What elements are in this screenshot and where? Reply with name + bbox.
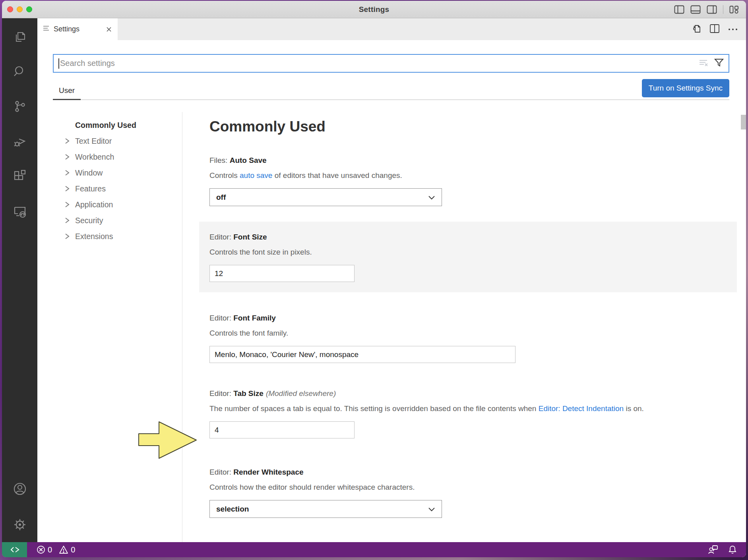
section-heading: Commonly Used — [209, 118, 734, 135]
setting-files-auto-save: Files: Auto Save Controls auto save of e… — [209, 155, 734, 206]
errors-status[interactable]: 0 — [37, 545, 52, 554]
scrollbar-thumb[interactable] — [741, 115, 746, 129]
tab-settings[interactable]: Settings — [37, 18, 118, 40]
chevron-right-icon — [65, 137, 75, 145]
run-debug-icon[interactable] — [10, 132, 29, 151]
toggle-primary-sidebar-icon[interactable] — [674, 5, 684, 14]
main-area: Settings — [2, 18, 746, 542]
toc-item-security[interactable]: Security — [53, 212, 182, 228]
settings-list: Commonly Used Files: Auto Save Controls … — [182, 100, 746, 542]
error-icon — [37, 545, 45, 554]
toc-item-features[interactable]: Features — [53, 181, 182, 197]
render-whitespace-select[interactable]: selection — [209, 500, 442, 518]
open-settings-json-icon[interactable] — [691, 23, 701, 35]
toggle-secondary-sidebar-icon[interactable] — [707, 5, 717, 14]
editor-group: Settings — [37, 18, 746, 542]
settings-gear-icon[interactable] — [10, 515, 29, 534]
chevron-right-icon — [65, 185, 75, 192]
extensions-icon[interactable] — [10, 167, 29, 186]
search-input[interactable]: Search settings — [59, 59, 699, 68]
tab-user-settings[interactable]: User — [53, 86, 81, 100]
toc-item-text-editor[interactable]: Text Editor — [53, 133, 182, 149]
error-count: 0 — [48, 545, 52, 554]
activity-bar — [2, 18, 37, 542]
settings-toc: Commonly Used Text Editor — [53, 100, 182, 542]
detect-indentation-link[interactable]: Editor: Detect Indentation — [539, 404, 624, 413]
status-bar: 0 0 — [2, 542, 746, 557]
auto-save-select[interactable]: off — [209, 188, 442, 206]
auto-save-link[interactable]: auto save — [240, 171, 272, 180]
settings-editor: Search settings — [37, 40, 746, 542]
tab-label: Settings — [54, 25, 102, 33]
source-control-icon[interactable] — [10, 97, 29, 116]
feedback-icon[interactable] — [708, 545, 718, 554]
toc-item-workbench[interactable]: Workbench — [53, 149, 182, 165]
chevron-down-icon — [428, 505, 435, 514]
setting-editor-tab-size: Editor: Tab Size(Modified elsewhere) The… — [209, 388, 734, 438]
toc-item-commonly-used[interactable]: Commonly Used — [53, 117, 182, 133]
remote-indicator[interactable] — [2, 542, 27, 557]
font-family-input[interactable] — [209, 346, 515, 363]
split-editor-icon[interactable] — [709, 24, 720, 35]
settings-content-row: Commonly Used Text Editor — [37, 100, 746, 542]
warning-icon — [59, 545, 68, 554]
tab-bar: Settings — [37, 18, 746, 40]
chevron-right-icon — [65, 169, 75, 176]
close-tab-icon[interactable] — [106, 26, 112, 33]
chevron-down-icon — [428, 193, 435, 202]
setting-editor-render-whitespace: Editor: Render Whitespace Controls how t… — [209, 467, 734, 518]
toc-item-window[interactable]: Window — [53, 165, 182, 181]
vscode-window: Settings — [2, 1, 746, 557]
chevron-right-icon — [65, 201, 75, 208]
setting-editor-font-family: Editor: Font Family Controls the font fa… — [209, 313, 734, 363]
remote-icon — [10, 546, 19, 554]
explorer-icon[interactable] — [10, 27, 29, 46]
settings-search-box[interactable]: Search settings — [53, 54, 729, 73]
customize-layout-icon[interactable] — [729, 5, 739, 14]
modified-elsewhere-badge: (Modified elsewhere) — [266, 389, 336, 398]
setting-editor-font-size: Editor: Font Size Controls the font size… — [199, 222, 737, 292]
window-title: Settings — [2, 5, 746, 14]
search-icon[interactable] — [10, 62, 29, 81]
settings-scope-row: User Turn on Settings Sync — [53, 73, 729, 100]
font-size-input[interactable] — [209, 265, 355, 282]
accounts-icon[interactable] — [10, 479, 29, 498]
clear-search-icon[interactable] — [699, 59, 709, 68]
more-actions-icon[interactable] — [728, 26, 738, 33]
toc-item-extensions[interactable]: Extensions — [53, 228, 182, 244]
titlebar-separator — [723, 5, 723, 14]
remote-explorer-icon[interactable] — [10, 202, 29, 221]
tab-size-input[interactable] — [209, 421, 355, 438]
turn-on-settings-sync-button[interactable]: Turn on Settings Sync — [642, 79, 729, 97]
warning-count: 0 — [71, 545, 75, 554]
chevron-right-icon — [65, 153, 75, 160]
filter-settings-icon[interactable] — [714, 58, 724, 69]
toc-item-application[interactable]: Application — [53, 197, 182, 212]
toggle-panel-icon[interactable] — [690, 5, 701, 14]
notifications-bell-icon[interactable] — [728, 545, 737, 554]
warnings-status[interactable]: 0 — [59, 545, 75, 554]
desktop: { "window": { "title": "Settings" }, "ta… — [0, 0, 748, 560]
settings-editor-icon — [43, 25, 50, 33]
titlebar: Settings — [2, 1, 746, 18]
chevron-right-icon — [65, 233, 75, 240]
chevron-right-icon — [65, 217, 75, 224]
